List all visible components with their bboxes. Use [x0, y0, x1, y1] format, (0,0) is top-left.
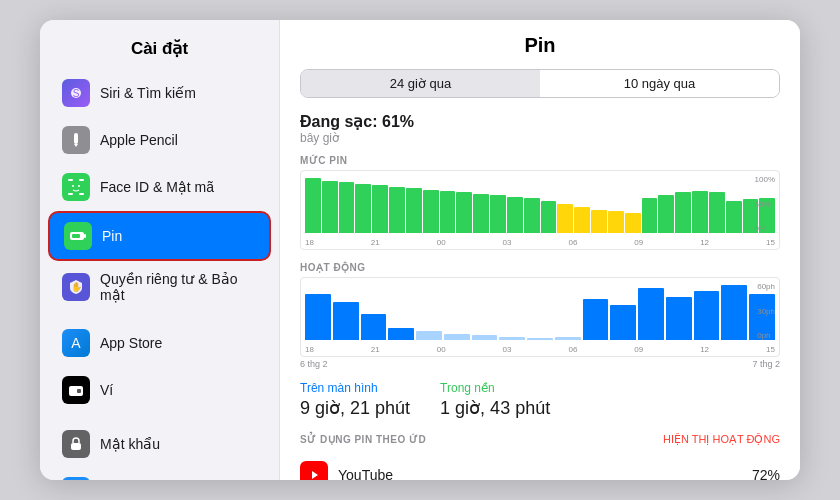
act-bar-7: [472, 335, 498, 340]
bat-bar-21: [642, 198, 658, 233]
act-bar-3: [361, 314, 387, 340]
svg-text:A: A: [71, 335, 81, 351]
act-x-3: 00: [437, 345, 446, 354]
privacy-label: Quyền riêng tư & Bảo mật: [100, 271, 257, 303]
sidebar-item-faceid[interactable]: Face ID & Mật mã: [48, 164, 271, 210]
battery-chart-section: MỨC PIN: [300, 155, 780, 250]
bat-x-7: 12: [700, 238, 709, 247]
youtube-pct: 72%: [752, 467, 780, 480]
sidebar-item-battery[interactable]: Pin: [48, 211, 271, 261]
siri-icon: S: [62, 79, 90, 107]
sidebar-item-mail[interactable]: Mail: [48, 468, 271, 480]
svg-point-8: [72, 185, 74, 187]
battery-icon: [64, 222, 92, 250]
act-y-60: 60ph: [757, 282, 775, 291]
status-percent: Đang sạc: 61%: [300, 112, 780, 131]
password-icon: [62, 430, 90, 458]
app-row-youtube: YouTube 72%: [300, 454, 780, 480]
bat-bar-7: [406, 188, 422, 233]
sidebar: Cài đặt S Siri & Tìm kiếm Apple Pencil: [40, 20, 280, 480]
sidebar-item-pencil[interactable]: Apple Pencil: [48, 117, 271, 163]
bat-bar-6: [389, 187, 405, 233]
svg-rect-2: [74, 133, 78, 144]
bat-y-0: 0%: [755, 224, 775, 233]
act-x-4: 03: [503, 345, 512, 354]
youtube-icon: [300, 461, 328, 480]
svg-rect-11: [84, 234, 86, 238]
svg-rect-12: [72, 234, 80, 238]
bat-y-labels: 100% 50% 0%: [755, 175, 775, 233]
battery-label: Pin: [102, 228, 122, 244]
act-x-7: 12: [700, 345, 709, 354]
bat-bar-18: [591, 210, 607, 233]
bat-bar-16: [557, 204, 573, 233]
status-row: Đang sạc: 61% bây giờ: [300, 112, 780, 145]
act-bar-9: [527, 338, 553, 340]
act-date-1: 6 thg 2: [300, 359, 328, 369]
bat-bar-14: [524, 198, 540, 233]
bat-bar-3: [339, 182, 355, 233]
svg-rect-5: [79, 179, 84, 181]
act-bar-15: [694, 291, 720, 340]
act-bar-13: [638, 288, 664, 340]
bat-bar-10: [456, 192, 472, 233]
act-y-30: 30ph: [757, 307, 775, 316]
act-x-8: 15: [766, 345, 775, 354]
bat-x-1: 18: [305, 238, 314, 247]
usage-screen: Trên màn hình 9 giờ, 21 phút: [300, 381, 410, 419]
pencil-icon: [62, 126, 90, 154]
act-bar-8: [499, 337, 525, 340]
act-bar-12: [610, 305, 636, 340]
bat-bar-9: [440, 191, 456, 233]
app-usage-header: SỬ DỤNG PIN THEO ỨD HIỆN THỊ HOẠT ĐỘNG: [300, 433, 780, 446]
svg-rect-7: [79, 193, 84, 195]
svg-rect-6: [68, 193, 73, 195]
tab-10d[interactable]: 10 ngày qua: [540, 70, 779, 97]
usage-background: Trong nền 1 giờ, 43 phút: [440, 381, 550, 419]
battery-chart-label: MỨC PIN: [300, 155, 780, 166]
tabs-row: 24 giờ qua 10 ngày qua: [300, 69, 780, 98]
sidebar-group-3: Mật khẩu Mail Danh bạ Lịch: [40, 421, 279, 480]
app-usage-link[interactable]: HIỆN THỊ HOẠT ĐỘNG: [663, 433, 780, 446]
bat-x-6: 09: [634, 238, 643, 247]
act-x-2: 21: [371, 345, 380, 354]
main-panel: Pin 24 giờ qua 10 ngày qua Đang sạc: 61%…: [280, 20, 800, 480]
bat-bar-8: [423, 190, 439, 234]
sidebar-item-siri[interactable]: S Siri & Tìm kiếm: [48, 70, 271, 116]
bat-x-4: 03: [503, 238, 512, 247]
sidebar-title: Cài đặt: [40, 30, 279, 69]
bat-y-100: 100%: [755, 175, 775, 184]
wallet-icon: [62, 376, 90, 404]
usage-bg-value: 1 giờ, 43 phút: [440, 397, 550, 419]
pencil-label: Apple Pencil: [100, 132, 178, 148]
faceid-icon: [62, 173, 90, 201]
svg-text:✋: ✋: [71, 281, 83, 293]
sidebar-group-2: A App Store Ví: [40, 320, 279, 413]
svg-point-9: [78, 185, 80, 187]
bat-bar-19: [608, 211, 624, 233]
act-bar-16: [721, 285, 747, 340]
tab-24h[interactable]: 24 giờ qua: [301, 70, 540, 97]
bat-x-2: 21: [371, 238, 380, 247]
usage-screen-value: 9 giờ, 21 phút: [300, 397, 410, 419]
sidebar-item-appstore[interactable]: A App Store: [48, 320, 271, 366]
app-container: Cài đặt S Siri & Tìm kiếm Apple Pencil: [40, 20, 800, 480]
sidebar-item-wallet[interactable]: Ví: [48, 367, 271, 413]
bat-bar-25: [709, 192, 725, 233]
bat-bar-5: [372, 185, 388, 233]
act-bar-2: [333, 302, 359, 340]
sidebar-item-privacy[interactable]: ✋ Quyền riêng tư & Bảo mật: [48, 262, 271, 312]
act-bar-6: [444, 334, 470, 340]
siri-label: Siri & Tìm kiếm: [100, 85, 196, 101]
act-y-0: 0ph: [757, 331, 775, 340]
bat-bar-20: [625, 213, 641, 233]
mail-icon: [62, 477, 90, 480]
sidebar-item-password[interactable]: Mật khẩu: [48, 421, 271, 467]
wallet-label: Ví: [100, 382, 113, 398]
bat-bar-12: [490, 195, 506, 233]
bat-bar-11: [473, 194, 489, 233]
bat-bar-13: [507, 197, 523, 233]
bat-bar-4: [355, 184, 371, 233]
bat-bar-15: [541, 201, 557, 233]
appstore-icon: A: [62, 329, 90, 357]
